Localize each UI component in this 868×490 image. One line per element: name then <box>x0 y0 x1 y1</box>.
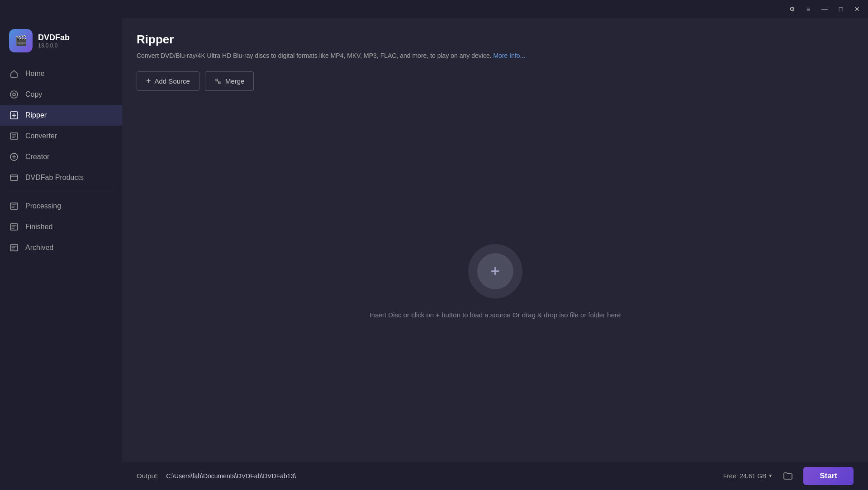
window-controls: ⚙ ≡ — □ ✕ <box>785 3 864 15</box>
products-icon <box>9 173 19 183</box>
more-info-link[interactable]: More Info... <box>493 52 525 59</box>
sidebar-item-dvdfab-products[interactable]: DVDFab Products <box>0 167 122 188</box>
page-description: Convert DVD/Blu-ray/4K Ultra HD Blu-ray … <box>137 51 854 61</box>
sidebar-item-label-processing: Processing <box>25 202 61 210</box>
drop-hint-text: Insert Disc or click on + button to load… <box>370 311 621 319</box>
toolbar: + Add Source Merge <box>137 71 854 91</box>
home-icon <box>9 69 19 79</box>
sidebar-item-label-dvdfab-products: DVDFab Products <box>25 174 84 182</box>
sidebar-item-converter[interactable]: Converter <box>0 126 122 146</box>
logo-circle: 🎬 <box>9 29 33 52</box>
start-button[interactable]: Start <box>803 467 854 485</box>
main-content: Ripper Convert DVD/Blu-ray/4K Ultra HD B… <box>122 18 868 490</box>
drop-zone[interactable]: + Insert Disc or click on + button to lo… <box>137 102 854 461</box>
maximize-button[interactable]: □ <box>834 3 848 15</box>
merge-label: Merge <box>225 77 245 85</box>
ripper-icon <box>9 110 19 120</box>
sidebar: 🎬 DVDFab 13.0.0.0 Home <box>0 18 122 490</box>
copy-icon <box>9 90 19 99</box>
merge-button[interactable]: Merge <box>205 71 254 91</box>
page-title: Ripper <box>137 33 854 47</box>
output-bar: Output: C:\Users\fab\Documents\DVDFab\DV… <box>122 461 868 490</box>
add-source-label: Add Source <box>155 77 190 85</box>
plus-icon: + <box>146 76 151 86</box>
sidebar-item-label-archived: Archived <box>25 244 53 252</box>
finished-icon <box>9 222 19 232</box>
add-source-button[interactable]: + Add Source <box>137 71 199 91</box>
folder-button[interactable] <box>780 468 796 484</box>
sidebar-item-ripper[interactable]: Ripper <box>0 105 122 126</box>
sidebar-item-copy[interactable]: Copy <box>0 84 122 105</box>
sidebar-nav: Home Copy Ripper <box>0 63 122 483</box>
sidebar-item-creator[interactable]: Creator <box>0 146 122 167</box>
add-circle-button[interactable]: + <box>468 244 522 298</box>
merge-icon <box>214 78 222 85</box>
free-space: Free: 24.61 GB ▼ <box>723 472 773 480</box>
sidebar-item-label-copy: Copy <box>25 90 42 99</box>
svg-rect-5 <box>10 175 18 180</box>
add-circle-inner: + <box>477 253 513 289</box>
sidebar-item-label-finished: Finished <box>25 223 52 231</box>
logo-text: DVDFab 13.0.0.0 <box>38 33 70 49</box>
logo-icon: 🎬 <box>9 29 33 52</box>
sidebar-item-finished[interactable]: Finished <box>0 217 122 237</box>
sidebar-item-archived[interactable]: Archived <box>0 237 122 258</box>
sidebar-item-home[interactable]: Home <box>0 63 122 84</box>
chevron-down-icon: ▼ <box>768 473 773 478</box>
free-space-text: Free: 24.61 GB <box>723 472 767 480</box>
svg-point-0 <box>10 91 18 98</box>
app-container: 🎬 DVDFab 13.0.0.0 Home <box>0 18 868 490</box>
page-description-text: Convert DVD/Blu-ray/4K Ultra HD Blu-ray … <box>137 52 492 59</box>
output-label: Output: <box>137 472 159 480</box>
menu-button[interactable]: ≡ <box>801 3 816 15</box>
minimize-button[interactable]: — <box>817 3 832 15</box>
close-button[interactable]: ✕ <box>850 3 864 15</box>
processing-icon <box>9 201 19 211</box>
app-logo: 🎬 DVDFab 13.0.0.0 <box>0 25 122 63</box>
dropzone-plus-icon: + <box>490 263 500 279</box>
app-version: 13.0.0.0 <box>38 42 70 49</box>
sidebar-item-processing[interactable]: Processing <box>0 196 122 217</box>
settings-button[interactable]: ⚙ <box>785 3 799 15</box>
sidebar-item-label-creator: Creator <box>25 153 49 161</box>
titlebar: ⚙ ≡ — □ ✕ <box>0 0 868 18</box>
sidebar-item-label-ripper: Ripper <box>25 111 47 119</box>
app-name: DVDFab <box>38 33 70 42</box>
main-inner: Ripper Convert DVD/Blu-ray/4K Ultra HD B… <box>122 18 868 461</box>
sidebar-item-label-home: Home <box>25 70 45 78</box>
converter-icon <box>9 131 19 141</box>
creator-icon <box>9 152 19 162</box>
output-path: C:\Users\fab\Documents\DVDFab\DVDFab13\ <box>166 472 716 480</box>
sidebar-divider <box>7 192 115 192</box>
sidebar-item-label-converter: Converter <box>25 132 57 140</box>
archived-icon <box>9 243 19 253</box>
svg-point-1 <box>13 93 15 96</box>
